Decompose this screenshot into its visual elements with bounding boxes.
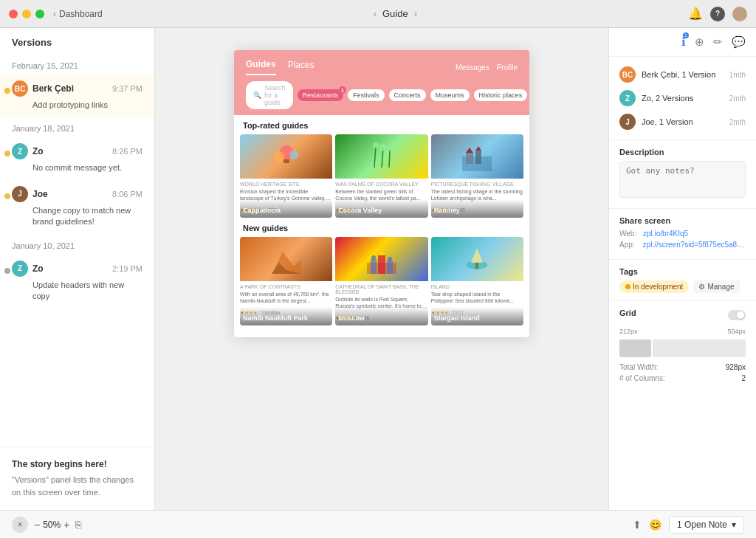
- right-panel-toolbar: ℹ 1 ⊕ ✏ 💬: [609, 28, 756, 57]
- bell-icon[interactable]: 🔔: [688, 7, 703, 21]
- nav-prev-icon[interactable]: ‹: [374, 8, 377, 19]
- avatar: J: [619, 114, 636, 130]
- manage-tags-button[interactable]: ⚙ Manage: [693, 280, 739, 293]
- grid-section: Grid 212px 504px Total Width: 928px # of…: [609, 301, 756, 393]
- user-avatar[interactable]: [732, 7, 747, 21]
- share-web-value[interactable]: zpl.io/br4KIq5: [643, 230, 688, 238]
- zoom-plus-button[interactable]: +: [63, 519, 69, 531]
- close-note-button[interactable]: ×: [12, 517, 28, 533]
- card-overlay-moscow: RUSSIA Moscow: [335, 307, 427, 325]
- svg-point-6: [373, 142, 379, 148]
- card-moscow[interactable]: RUSSIA Moscow CATHEDRAL OF SAINT BASIL T…: [335, 237, 427, 325]
- top-rated-title: Top-rated guides: [240, 121, 523, 130]
- help-button[interactable]: ?: [710, 7, 725, 21]
- nav-next-icon[interactable]: ›: [414, 8, 417, 19]
- search-icon: 🔍: [253, 92, 261, 99]
- card-stargao[interactable]: PHILIPPINES Stargao Island ISLAND Tear d…: [431, 237, 523, 325]
- guide-app-mockup: Guides Places Messages Profile 🔍 Search …: [234, 50, 529, 337]
- description-input[interactable]: [619, 161, 746, 198]
- svg-rect-1: [284, 159, 289, 163]
- version-item[interactable]: J Joe 8:06 PM Change copy to match new b…: [0, 180, 154, 234]
- grid-section-header: Grid: [619, 308, 746, 322]
- guide-messages-btn[interactable]: Messages: [456, 63, 489, 72]
- version-item-header: Z Zo 8:26 PM: [12, 143, 142, 159]
- breadcrumb-label[interactable]: Dashboard: [59, 9, 103, 19]
- grid-toggle-thumb: [737, 311, 744, 319]
- guide-nav-places[interactable]: Places: [288, 60, 315, 75]
- description-section: Description: [609, 140, 756, 209]
- share-app-row: App: zpl://screen?sid=5f875ec5a89...: [619, 241, 746, 249]
- emoji-icon[interactable]: 😊: [649, 519, 662, 531]
- grid-total-value: 928px: [726, 363, 746, 371]
- avatar: Z: [619, 90, 636, 106]
- grid-right-label: 504px: [683, 328, 746, 335]
- version-date-jan18: January 18, 2021: [0, 117, 154, 137]
- version-item[interactable]: Z Zo 8:26 PM No commit message yet.: [0, 137, 154, 179]
- filter-restaurants[interactable]: Restaurants 1: [298, 89, 344, 101]
- zoom-minus-button[interactable]: −: [34, 519, 40, 531]
- target-icon[interactable]: ⊕: [695, 35, 704, 49]
- filter-historic[interactable]: Historic places: [474, 89, 528, 101]
- grid-columns-label: # of Columns:: [619, 374, 741, 382]
- guide-nav: Guides Places Messages Profile: [246, 59, 518, 75]
- card-namib[interactable]: NAMIBIA Namib Naukluft Park A PARK OF CO…: [240, 237, 332, 325]
- avatar: BC: [12, 80, 28, 97]
- minimize-window-button[interactable]: [22, 10, 31, 18]
- nav-back-icon[interactable]: ‹: [53, 9, 56, 19]
- guide-profile-btn[interactable]: Profile: [497, 63, 518, 72]
- svg-rect-22: [371, 259, 377, 274]
- version-dot-icon: [4, 268, 10, 274]
- open-notes-button[interactable]: 1 Open Note ▾: [669, 516, 744, 534]
- close-window-button[interactable]: [9, 10, 18, 18]
- contributor-item[interactable]: Z Zo, 2 Versions 2mth: [609, 86, 756, 110]
- tags-row: In development ⚙ Manage: [619, 280, 746, 293]
- guide-search-input[interactable]: 🔍 Search for a guide: [246, 81, 293, 109]
- card-overlay-stargao: PHILIPPINES Stargao Island: [431, 307, 523, 325]
- contributor-item[interactable]: BC Berk Çebi, 1 Version 1mth: [609, 63, 756, 86]
- share-app-value[interactable]: zpl://screen?sid=5f875ec5a89...: [643, 241, 746, 249]
- version-item[interactable]: BC Berk Çebi 9:37 PM Add prototyping lin…: [0, 75, 154, 117]
- edit-icon[interactable]: ✏: [713, 35, 723, 49]
- card-hamney[interactable]: EUROPE Hamney PICTURESQUE FISHING VILLAG…: [431, 134, 523, 218]
- comment-icon[interactable]: 💬: [732, 35, 746, 49]
- svg-point-8: [379, 144, 387, 151]
- card-cocora[interactable]: COLOMBIA Cocora Valley WAX PALMS OF COCO…: [335, 134, 427, 218]
- traffic-lights: [9, 10, 44, 18]
- card-overlay-cappadocia: TURKEY Cappadocia: [240, 199, 332, 218]
- card-cappadocia[interactable]: TURKEY Cappadocia WORLD HERITAGE SITE Er…: [240, 134, 332, 218]
- title-bar: ‹ Dashboard ‹ Guide › 🔔 ?: [0, 0, 756, 28]
- tag-in-development[interactable]: In development: [619, 280, 689, 293]
- story-text: "Versions" panel lists the changes on th…: [12, 474, 142, 498]
- tag-label: In development: [633, 283, 683, 291]
- copy-button[interactable]: ⎘: [75, 519, 81, 531]
- version-item[interactable]: Z Zo 2:19 PM Update headers with new cop…: [0, 255, 154, 308]
- contributor-time: 1mth: [729, 71, 746, 79]
- grid-toggle[interactable]: [728, 310, 746, 320]
- svg-marker-14: [466, 148, 473, 153]
- share-app-label: App:: [619, 241, 640, 249]
- share-screen-icon[interactable]: ⬆: [633, 519, 642, 531]
- avatar: Z: [12, 143, 28, 159]
- svg-marker-27: [471, 248, 483, 263]
- svg-point-2: [274, 151, 284, 162]
- contributor-item[interactable]: J Joe, 1 Version 2mth: [609, 110, 756, 134]
- svg-point-3: [289, 151, 298, 159]
- grid-total-width-row: Total Width: 928px: [619, 363, 746, 371]
- filter-festivals[interactable]: Festivals: [348, 89, 385, 101]
- svg-marker-15: [475, 146, 481, 151]
- version-time: 8:26 PM: [112, 147, 142, 156]
- info-icon[interactable]: ℹ 1: [681, 35, 686, 49]
- grid-columns-value: 2: [741, 374, 746, 382]
- guide-body: Top-rated guides TURKEY Cappadocia: [234, 115, 529, 337]
- version-dot-icon: [4, 151, 10, 156]
- svg-marker-21: [378, 250, 385, 255]
- maximize-window-button[interactable]: [35, 10, 44, 18]
- version-username: Berk Çebi: [32, 83, 108, 94]
- filter-concerts[interactable]: Concerts: [389, 89, 426, 101]
- filter-museums[interactable]: Museums: [430, 89, 470, 101]
- avatar: BC: [619, 66, 636, 83]
- title-bar-center: ‹ Guide ›: [103, 8, 688, 19]
- guide-nav-guides[interactable]: Guides: [246, 59, 276, 75]
- grid-col-right: [653, 339, 746, 357]
- card-image-hamney: [431, 134, 523, 179]
